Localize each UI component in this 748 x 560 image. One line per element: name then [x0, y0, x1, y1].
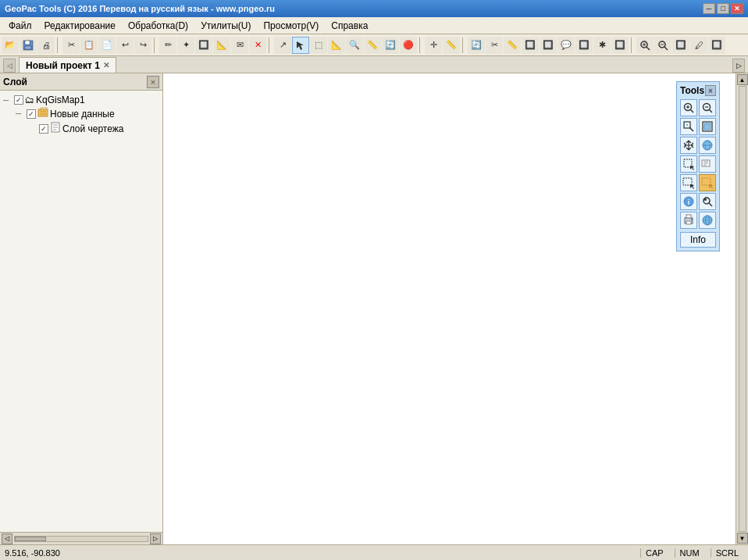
svg-text:i: i [688, 198, 690, 206]
tree-item-child1[interactable]: ─ Новые данные [3, 106, 159, 121]
tool-measure[interactable]: 📐 [213, 37, 230, 54]
tools-globe[interactable] [699, 137, 716, 154]
svg-rect-2 [25, 46, 31, 49]
svg-rect-32 [704, 123, 711, 130]
tool-box-select[interactable]: ⬚ [310, 37, 327, 54]
tools-info-button[interactable]: Info [680, 232, 716, 248]
tool-scale[interactable]: 📏 [443, 37, 460, 54]
canvas-and-scroll: Tools × [163, 73, 748, 544]
tool-select[interactable] [292, 37, 309, 54]
tree-checkbox-child1[interactable] [27, 109, 36, 119]
tool-print[interactable]: 🖨 [37, 37, 55, 54]
tab-nav-right[interactable]: ▷ [732, 59, 745, 73]
tools-info-select[interactable] [699, 155, 716, 173]
vscroll-track[interactable] [739, 86, 746, 532]
tools-panel-header: Tools × [680, 85, 716, 96]
tools-print[interactable] [680, 212, 697, 229]
svg-point-50 [704, 198, 707, 201]
tools-find[interactable] [699, 193, 716, 210]
tool-redo[interactable]: ↪ [134, 37, 151, 54]
menu-view[interactable]: Просмотр(V) [258, 18, 324, 34]
tool-rect2[interactable]: 🔲 [522, 37, 539, 54]
scroll-left[interactable]: ◁ [2, 533, 12, 544]
tool-stop[interactable]: 🔴 [400, 37, 417, 54]
tool-zoom-out2[interactable] [654, 37, 671, 54]
minimize-button[interactable]: ─ [703, 3, 715, 14]
full-main: Tools × [163, 73, 748, 544]
tools-select-box[interactable] [680, 155, 697, 173]
tool-pencil[interactable]: ✏ [159, 37, 176, 54]
tool-open[interactable]: 📂 [2, 37, 19, 54]
scroll-right[interactable]: ▷ [150, 533, 161, 544]
tools-zoom-out[interactable] [699, 99, 716, 116]
status-cap: CAP [640, 548, 668, 558]
layers-panel-close-button[interactable]: × [147, 76, 159, 88]
tab-close-button[interactable]: ✕ [103, 61, 109, 70]
tab-label: Новый проект 1 [26, 60, 100, 71]
tab-project1[interactable]: Новый проект 1 ✕ [19, 57, 116, 73]
sep5 [462, 37, 465, 53]
svg-rect-53 [686, 221, 691, 224]
svg-marker-37 [690, 166, 694, 170]
close-button[interactable]: ✕ [731, 3, 743, 14]
tool-extra[interactable]: 🔲 [611, 37, 629, 54]
svg-point-48 [703, 198, 710, 204]
tool-star[interactable]: ✱ [593, 37, 611, 54]
tool-img2[interactable]: 🖊 [690, 37, 707, 54]
tool-trim[interactable]: ✂ [486, 37, 503, 54]
vscroll-up[interactable]: ▲ [737, 74, 748, 85]
menu-file[interactable]: Файл [3, 18, 37, 34]
tree-expand-child2 [28, 124, 37, 133]
menu-edit[interactable]: Редактирование [39, 18, 121, 34]
maximize-button[interactable]: □ [717, 3, 729, 14]
tool-crosshair[interactable]: ✛ [425, 37, 442, 54]
tool-copy[interactable]: 📋 [80, 37, 98, 54]
tool-refresh[interactable]: 🔄 [382, 37, 399, 54]
tool-shape[interactable]: 🔲 [195, 37, 212, 54]
toolbar: 📂 🖨 ✂ 📋 📄 ↩ ↪ ✏ ✦ 🔲 📐 ✉ ✕ ↗ ⬚ 📐 🔍 📏 🔄 🔴 … [0, 34, 748, 56]
tree-checkbox-child2[interactable] [39, 124, 48, 134]
tools-zoom-window[interactable] [680, 118, 697, 135]
svg-line-25 [710, 110, 713, 113]
tool-save[interactable] [20, 37, 37, 54]
tools-zoom-in[interactable] [680, 99, 697, 116]
tool-symbol[interactable]: 🔲 [575, 37, 593, 54]
menu-help[interactable]: Справка [326, 18, 373, 34]
menu-utils[interactable]: Утилиты(U) [195, 18, 256, 34]
right-scrollbar: ▲ ▼ [736, 73, 748, 544]
tools-zoom-extent[interactable] [699, 118, 716, 135]
tool-ruler[interactable]: 📏 [364, 37, 381, 54]
tools-select-highlight[interactable] [699, 174, 716, 191]
tools-panel-title: Tools [680, 85, 704, 96]
tree-item-root[interactable]: ─ 🗂 KqGisMap1 [3, 94, 159, 106]
menu-process[interactable]: Обработка(D) [123, 18, 194, 34]
tools-panel-close-button[interactable]: × [705, 85, 716, 96]
tool-img1[interactable]: 🔲 [672, 37, 689, 54]
tool-cut[interactable]: ✂ [62, 37, 80, 54]
tool-zoom-in2[interactable] [636, 37, 654, 54]
tool-node[interactable]: ✦ [177, 37, 194, 54]
tool-find-text[interactable]: 🔍 [346, 37, 363, 54]
vscroll-down[interactable]: ▼ [737, 533, 748, 544]
tool-arrow[interactable]: ↗ [274, 37, 291, 54]
tree-item-child2[interactable]: Слой чертежа [3, 121, 159, 136]
tool-delete[interactable]: ✕ [249, 37, 266, 54]
tool-img3[interactable]: 🔲 [708, 37, 725, 54]
tool-paste[interactable]: 📄 [98, 37, 116, 54]
tool-text[interactable]: 💬 [557, 37, 575, 54]
svg-marker-43 [690, 184, 694, 189]
tree-checkbox-root[interactable] [14, 95, 23, 105]
tool-undo[interactable]: ↩ [116, 37, 134, 54]
tools-select-rect[interactable] [680, 174, 697, 191]
tool-polygon-select[interactable]: 📐 [328, 37, 345, 54]
tab-nav-left[interactable]: ◁ [3, 59, 16, 73]
tools-pan[interactable] [680, 137, 697, 154]
tool-rect3[interactable]: 🔲 [540, 37, 557, 54]
tab-bar: ◁ Новый проект 1 ✕ ▷ [0, 56, 748, 73]
tool-extend[interactable]: 📏 [504, 37, 521, 54]
tool-envelope[interactable]: ✉ [231, 37, 248, 54]
tool-rotate[interactable]: 🔄 [468, 37, 485, 54]
tools-info[interactable]: i [680, 193, 697, 210]
tools-world[interactable] [699, 212, 716, 229]
scroll-track[interactable] [14, 536, 148, 542]
